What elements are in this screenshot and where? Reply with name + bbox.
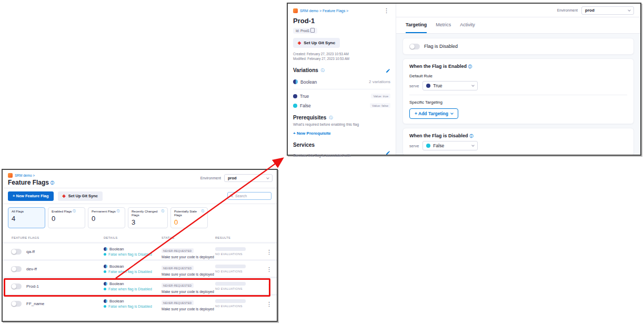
- list-toolbar: + New Feature Flag ◆ Set Up Git Sync: [3, 188, 277, 204]
- table-row-prod-1[interactable]: Prod-1 Boolean False when flag is Disabl…: [3, 277, 277, 294]
- new-feature-flag-button[interactable]: + New Feature Flag: [8, 191, 54, 201]
- flag-detail-main: Environment prod Targeting Metrics Activ…: [396, 4, 640, 155]
- status-badge: NEVER-REQUESTED: [162, 248, 194, 253]
- row-kebab-menu-icon[interactable]: ⋮: [265, 266, 273, 272]
- flag-detail-panel: SRM demo > Feature Flags > ⋮ Prod-1 Id: …: [287, 3, 641, 156]
- col-details: DETAILS: [104, 236, 162, 239]
- stat-recently-changed-flags[interactable]: Recently Changed Flagsⓘ 3: [128, 207, 168, 228]
- flag-toggle[interactable]: [11, 266, 22, 272]
- environment-label: Environment: [200, 176, 221, 180]
- stat-all-flags[interactable]: All Flags 4: [8, 207, 45, 228]
- serve-label: serve: [409, 84, 419, 88]
- info-icon[interactable]: ⓘ: [468, 65, 472, 68]
- flag-title: Prod-1: [293, 17, 390, 25]
- info-icon[interactable]: ⓘ: [329, 116, 333, 119]
- flag-id-text: Id: Prod1: [296, 29, 309, 33]
- info-icon: ⓘ: [202, 210, 205, 213]
- false-variation-icon: [426, 144, 430, 148]
- stat-value: 3: [132, 218, 164, 226]
- info-icon[interactable]: ⓘ: [470, 134, 474, 138]
- breadcrumb[interactable]: SRM demo > Feature Flags >: [300, 9, 348, 13]
- breadcrumb[interactable]: SRM demo >: [15, 174, 35, 177]
- flag-enabled-toggle[interactable]: [409, 44, 420, 49]
- tab-targeting[interactable]: Targeting: [406, 17, 427, 33]
- detail-tabs: Targeting Metrics Activity: [396, 17, 640, 34]
- when-disabled-card: When the Flag is Disabled ⓘ serve False: [402, 128, 634, 155]
- git-sync-icon: ◆: [298, 41, 301, 45]
- info-icon[interactable]: ⓘ: [51, 181, 54, 185]
- stat-enabled-flags[interactable]: Enabled Flagsⓘ 0: [48, 207, 85, 228]
- col-status: STATUS: [162, 236, 215, 239]
- status-badge: NEVER-REQUESTED: [162, 300, 194, 305]
- evaluations-bar: [215, 299, 246, 303]
- evaluations-bar: [215, 247, 246, 251]
- environment-select[interactable]: prod: [581, 6, 634, 15]
- boolean-type-icon: [104, 247, 107, 251]
- harness-logo-icon: [8, 173, 13, 178]
- feature-flags-list-panel: SRM demo > Feature Flags ⓘ Environment p…: [2, 169, 278, 322]
- row-kebab-menu-icon[interactable]: ⋮: [265, 249, 273, 255]
- flag-state-card: Flag is Disabled: [402, 38, 634, 55]
- search-box[interactable]: [227, 192, 271, 200]
- stats-row: All Flags 4 Enabled Flagsⓘ 0 Permanent F…: [3, 204, 277, 231]
- environment-label: Environment: [557, 8, 578, 12]
- disabled-serve-select[interactable]: False: [422, 141, 478, 150]
- stat-value: 0: [52, 215, 82, 222]
- evaluations-bar: [215, 265, 246, 268]
- row-kebab-menu-icon[interactable]: ⋮: [265, 284, 273, 290]
- flag-dates: Created: February 27, 2023 10:53 AM Modi…: [293, 52, 390, 62]
- canvas: SRM demo > Feature Flags > ⋮ Prod-1 Id: …: [0, 0, 644, 324]
- when-disabled-heading: When the Flag is Disabled: [409, 133, 468, 138]
- serve-label: serve: [409, 144, 419, 148]
- row-kebab-menu-icon[interactable]: ⋮: [265, 301, 273, 307]
- when-enabled-heading: When the Flag is Enabled: [409, 64, 467, 69]
- edit-services-icon[interactable]: [386, 148, 390, 157]
- stat-value: 4: [12, 215, 42, 222]
- table-row-qa-ff[interactable]: qa-ff Boolean False when flag is Disable…: [3, 242, 277, 259]
- true-value-badge: Value: true: [371, 94, 390, 98]
- flag-toggle[interactable]: [11, 301, 22, 307]
- variation-row-true: True Value: true: [293, 94, 390, 99]
- default-rule-label: Default Rule: [409, 74, 627, 78]
- setup-git-sync-button[interactable]: ◆ Set Up Git Sync: [293, 38, 340, 48]
- flag-toggle[interactable]: [11, 249, 22, 255]
- copy-icon[interactable]: [311, 29, 315, 33]
- false-variation-icon: [104, 270, 106, 273]
- edit-variations-icon[interactable]: [386, 66, 390, 75]
- kebab-menu-icon[interactable]: ⋮: [383, 8, 390, 14]
- search-icon: [230, 194, 234, 198]
- created-date: Created: February 27, 2023 10:53 AM: [293, 52, 390, 56]
- new-prerequisite-link[interactable]: + New Prerequisite: [293, 131, 331, 136]
- list-header: SRM demo > Feature Flags ⓘ Environment p…: [3, 170, 277, 188]
- table-row-dev-ff[interactable]: dev-ff Boolean False when flag is Disabl…: [3, 259, 277, 277]
- boolean-type-icon: [104, 299, 107, 303]
- add-targeting-button[interactable]: + Add Targeting: [409, 108, 458, 119]
- true-variation-icon: [293, 94, 297, 98]
- flag-toggle[interactable]: [11, 284, 22, 289]
- false-variation-icon: [104, 288, 106, 290]
- chevron-down-icon: [450, 112, 454, 115]
- table-header: FEATURE FLAGS DETAILS STATUS RESULTS: [3, 231, 277, 242]
- stat-permanent-flags[interactable]: Permanent Flagsⓘ 0: [88, 207, 125, 228]
- setup-git-sync-button[interactable]: ◆ Set Up Git Sync: [58, 191, 103, 201]
- divider: [409, 95, 627, 95]
- table-row-ff-name[interactable]: FF_name Boolean False when flag is Disab…: [3, 294, 277, 311]
- variation-row-false: False Value: false: [293, 103, 390, 108]
- info-icon: ⓘ: [162, 210, 165, 213]
- stat-potentially-stale-flags[interactable]: Potentially Stale Flagsⓘ 0: [170, 207, 208, 228]
- search-input[interactable]: [235, 194, 269, 198]
- harness-logo-icon: [293, 8, 298, 13]
- stat-value: 0: [92, 215, 122, 222]
- tab-activity[interactable]: Activity: [460, 17, 475, 33]
- flag-summary-sidebar: SRM demo > Feature Flags > ⋮ Prod-1 Id: …: [288, 4, 396, 155]
- specific-targeting-label: Specific Targeting: [409, 100, 627, 105]
- tab-metrics[interactable]: Metrics: [436, 17, 451, 33]
- prerequisites-heading: Prerequisites: [293, 115, 326, 120]
- when-enabled-card: When the Flag is Enabled ⓘ Default Rule …: [402, 58, 634, 124]
- services-heading: Services: [293, 142, 315, 148]
- environment-select[interactable]: prod: [224, 174, 273, 182]
- info-icon[interactable]: ⓘ: [321, 68, 325, 72]
- page-title: Feature Flags: [8, 179, 49, 186]
- default-rule-serve-select[interactable]: True: [422, 81, 478, 90]
- info-icon: ⓘ: [73, 210, 76, 213]
